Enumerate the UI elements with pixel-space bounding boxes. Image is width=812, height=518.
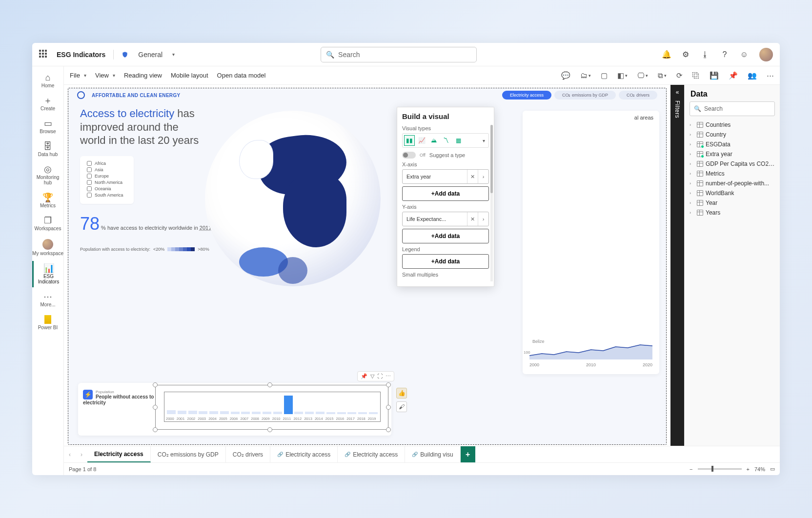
filters-pane-collapsed[interactable]: « Filters	[670, 85, 684, 446]
resize-handle[interactable]	[267, 427, 272, 432]
nav-more-[interactable]: ⋯More...	[32, 289, 63, 310]
nav-pill[interactable]: CO₂ drivers	[619, 91, 657, 100]
nav-esg-indicators[interactable]: 📊ESG Indicators	[32, 261, 63, 287]
nav-home[interactable]: ⌂Home	[32, 70, 63, 91]
legend-add-data[interactable]: +Add data	[402, 254, 489, 269]
remove-field-icon[interactable]: ✕	[467, 212, 478, 226]
download-icon[interactable]: ⭳	[701, 50, 710, 59]
data-table-item[interactable]: ›Country	[688, 130, 777, 139]
menu-open-data-model[interactable]: Open data model	[217, 72, 266, 79]
expand-filters-icon[interactable]: «	[676, 89, 679, 96]
region-option[interactable]: North America	[87, 180, 127, 185]
menu-view[interactable]: View▾	[95, 72, 115, 79]
menu-file[interactable]: File▾	[70, 72, 86, 79]
page-tab[interactable]: Electricity access	[87, 446, 151, 462]
remove-field-icon[interactable]: ✕	[467, 170, 478, 183]
data-table-item[interactable]: ›ESGData	[688, 139, 777, 149]
field-menu-icon[interactable]: ›	[478, 170, 488, 183]
menu-mobile-layout[interactable]: Mobile layout	[171, 72, 208, 79]
data-table-item[interactable]: ›Metrics	[688, 169, 777, 179]
data-table-item[interactable]: ›Year	[688, 198, 777, 208]
data-table-item[interactable]: ›Years	[688, 208, 777, 218]
field-menu-icon[interactable]: ›	[478, 212, 488, 226]
global-search[interactable]: 🔍 Search	[321, 47, 477, 62]
data-table-item[interactable]: ›GDP Per Capita vs CO2 ...	[688, 159, 777, 169]
nav-data-hub[interactable]: 🗄Data hub	[32, 139, 63, 160]
present-dropdown[interactable]: 🖵▾	[637, 71, 648, 80]
xaxis-field-well[interactable]: Extra year ✕ ›	[402, 169, 489, 184]
chevron-down-icon[interactable]: ▾	[172, 52, 175, 57]
region-option[interactable]: Oceania	[87, 186, 127, 191]
zoom-out[interactable]: −	[690, 466, 692, 472]
data-table-item[interactable]: ›WorldBank	[688, 188, 777, 198]
feedback-icon[interactable]: ☺	[740, 50, 749, 59]
resize-handle[interactable]	[386, 427, 391, 432]
fit-page-icon[interactable]: ▭	[770, 466, 775, 472]
stacked-area-icon[interactable]: 〽	[441, 135, 451, 146]
yaxis-field-well[interactable]: Life Expectanc... ✕ ›	[402, 212, 489, 226]
shapes-dropdown[interactable]: ◧▾	[617, 71, 628, 80]
data-table-item[interactable]: ›Extra year	[688, 149, 777, 159]
teams-icon[interactable]: 👥	[748, 71, 757, 80]
more-icon[interactable]: ⋯	[767, 71, 774, 80]
page-tab[interactable]: 🔗Building visu	[405, 446, 460, 462]
pin-visual-icon[interactable]: 📌	[361, 373, 367, 379]
secondary-visual-card[interactable]: al areas Belize 100 2000	[523, 111, 659, 374]
refresh-icon[interactable]: ⟳	[676, 71, 683, 80]
selected-bar-visual[interactable]: 📌 ▽ ⛶ ⋯ 👍 🖌 ⚡	[78, 383, 391, 436]
page-tab[interactable]: 🔗Electricity access	[270, 446, 338, 462]
area-chart-icon[interactable]: ⛰	[428, 135, 439, 146]
popup-scrollbar[interactable]	[490, 125, 493, 281]
page-tab[interactable]: 🔗Electricity access	[338, 446, 405, 462]
tabs-scroll-left[interactable]: ‹	[64, 446, 76, 462]
nav-pill[interactable]: Electricity access	[502, 91, 551, 100]
zoom-in[interactable]: +	[747, 466, 750, 472]
region-option[interactable]: Europe	[87, 174, 127, 179]
save-icon[interactable]: 💾	[710, 71, 719, 80]
region-option[interactable]: Africa	[87, 161, 127, 166]
pin-icon[interactable]: 📌	[729, 71, 738, 80]
region-option[interactable]: South America	[87, 193, 127, 198]
app-launcher-icon[interactable]	[39, 50, 49, 60]
menu-reading-view[interactable]: Reading view	[124, 72, 162, 79]
resize-handle[interactable]	[386, 405, 391, 410]
region-option[interactable]: Asia	[87, 167, 127, 172]
yaxis-add-data[interactable]: +Add data	[402, 229, 489, 243]
page-tab[interactable]: CO₂ drivers	[226, 446, 270, 462]
on-object-format-button[interactable]: 🖌	[396, 401, 407, 412]
bookmark-dropdown[interactable]: 🗂▾	[580, 71, 591, 80]
resize-handle[interactable]	[153, 382, 158, 387]
data-table-item[interactable]: ›Countries	[688, 120, 777, 130]
xaxis-add-data[interactable]: +Add data	[402, 186, 489, 201]
nav-metrics[interactable]: 🏆Metrics	[32, 190, 63, 211]
line-chart-icon[interactable]: 📈	[416, 135, 427, 146]
settings-icon[interactable]: ⚙	[681, 50, 690, 59]
focus-mode-icon[interactable]: ⛶	[377, 373, 383, 379]
nav-my-workspace[interactable]: My workspace	[32, 236, 63, 259]
nav-pill[interactable]: CO₂ emissions by GDP	[554, 91, 616, 100]
on-object-build-button[interactable]: 👍	[396, 388, 407, 398]
table-icon[interactable]: ▦	[453, 135, 464, 146]
suggest-type-toggle[interactable]	[402, 152, 416, 159]
report-canvas[interactable]: AFFORTABLE AND CLEAN ENERGY Electricity …	[64, 85, 670, 446]
user-avatar[interactable]	[759, 48, 773, 61]
filter-visual-icon[interactable]: ▽	[370, 373, 374, 379]
nav-power-bi[interactable]: Power BI	[32, 312, 63, 333]
zoom-slider[interactable]	[698, 468, 742, 470]
column-chart-icon[interactable]: ▮▮	[404, 135, 415, 146]
visual-type-more[interactable]: ▾	[481, 138, 487, 143]
resize-handle[interactable]	[153, 405, 158, 410]
sensitivity-label[interactable]: General	[138, 51, 162, 59]
nav-workspaces[interactable]: ❐Workspaces	[32, 213, 63, 234]
resize-handle[interactable]	[267, 382, 272, 387]
comment-icon[interactable]: 💬	[561, 71, 570, 80]
tabs-scroll-right[interactable]: ›	[76, 446, 87, 462]
visual-type-picker[interactable]: ▮▮ 📈 ⛰ 〽 ▦ ▾	[402, 133, 489, 148]
data-table-item[interactable]: ›number-of-people-with...	[688, 179, 777, 188]
world-map-visual[interactable]	[205, 111, 381, 286]
help-icon[interactable]: ?	[720, 50, 729, 59]
page-tab[interactable]: CO₂ emissions by GDP	[151, 446, 226, 462]
nav-monitoring-hub[interactable]: ◎Monitoring hub	[32, 162, 63, 188]
nav-create[interactable]: ＋Create	[32, 93, 63, 114]
duplicate-icon[interactable]: ⿻	[692, 71, 700, 80]
